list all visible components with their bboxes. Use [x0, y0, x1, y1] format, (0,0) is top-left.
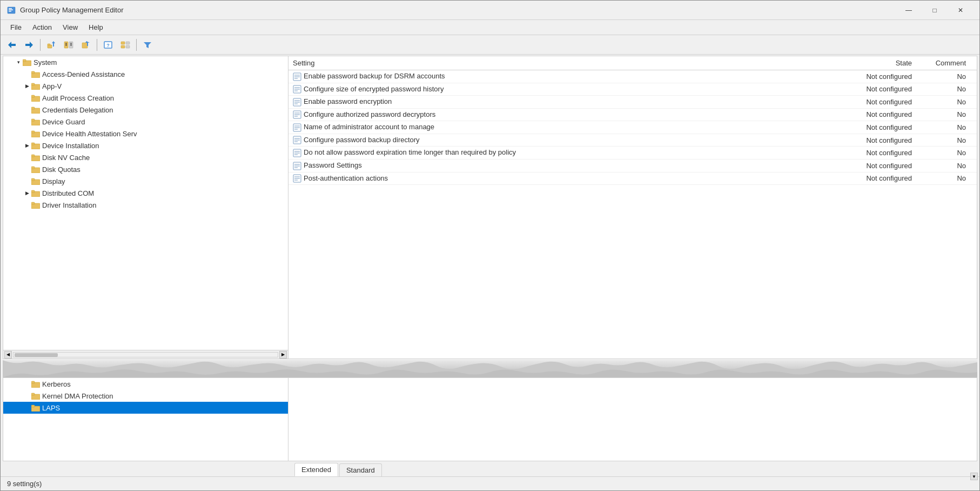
state-cell: Not configured	[836, 134, 923, 147]
view-button[interactable]	[117, 37, 133, 52]
tree-label-driver-install: Driver Installation	[42, 201, 96, 209]
tree-item-distributed-com[interactable]: ▶ Distributed COM	[3, 187, 288, 199]
table-row[interactable]: Configure authorized password decryptors…	[288, 108, 977, 121]
scroll-right-arrow[interactable]: ▶	[279, 351, 287, 359]
svg-rect-9	[64, 42, 68, 48]
svg-marker-5	[25, 42, 33, 48]
settings-scroll-area[interactable]: Setting State Comment Enable password ba…	[288, 56, 977, 359]
folder-icon-device-guard	[31, 118, 40, 125]
header-state[interactable]: State	[836, 56, 923, 70]
table-row[interactable]: Name of administrator account to manageN…	[288, 121, 977, 134]
help-button[interactable]: ?	[100, 37, 116, 52]
torn-edge-svg	[3, 360, 977, 377]
menu-file[interactable]: File	[5, 21, 27, 34]
setting-cell: Configure size of encrypted password his…	[288, 83, 836, 96]
folder-icon-system	[23, 58, 31, 66]
maximize-button[interactable]: □	[922, 2, 947, 19]
state-cell: Not configured	[836, 121, 923, 134]
expand-system[interactable]: ▾	[14, 58, 23, 67]
tree-item-device-install[interactable]: ▶ Device Installation	[3, 140, 288, 151]
tree-item-driver-install[interactable]: ▶ Driver Installation	[3, 199, 288, 211]
tree-item-audit-process[interactable]: ▶ Audit Process Creation	[3, 92, 288, 104]
tree-item-credentials[interactable]: ▶ Credentials Delegation	[3, 104, 288, 116]
menu-help[interactable]: Help	[83, 21, 109, 34]
minimize-button[interactable]: —	[896, 2, 921, 19]
menu-view[interactable]: View	[57, 21, 83, 34]
tree-label-disk-quotas: Disk Quotas	[42, 165, 80, 174]
tree-item-app-v[interactable]: ▶ App-V	[3, 80, 288, 92]
svg-rect-39	[31, 131, 35, 133]
svg-rect-17	[82, 43, 88, 48]
state-cell: Not configured	[836, 172, 923, 185]
table-row[interactable]: Configure size of encrypted password his…	[288, 83, 977, 96]
tree-item-disk-quotas[interactable]: ▶ Disk Quotas	[3, 163, 288, 175]
tree-scroll-area[interactable]: ▾ System ▶	[3, 56, 288, 350]
header-comment[interactable]: Comment	[923, 56, 977, 70]
tree-label-display: Display	[42, 177, 65, 185]
h-scroll-track[interactable]	[13, 352, 278, 357]
toolbar-sep-1	[40, 39, 41, 51]
table-row[interactable]: Enable password encryptionNot configured…	[288, 96, 977, 109]
comment-cell: No	[923, 172, 977, 185]
header-setting[interactable]: Setting	[288, 56, 836, 70]
tree-item-kernel-dma[interactable]: ▶ Kernel DMA Protection	[3, 390, 288, 402]
show-hide-button[interactable]	[61, 37, 77, 52]
folder-icon-audit-process	[31, 94, 40, 102]
tree-item-device-health[interactable]: ▶ Device Health Attestation Serv	[3, 128, 288, 140]
forward-button[interactable]	[21, 37, 37, 52]
back-button[interactable]	[4, 37, 20, 52]
comment-cell: No	[923, 147, 977, 160]
table-row[interactable]: Password SettingsNot configuredNo	[288, 159, 977, 172]
uplevel-button[interactable]	[43, 37, 59, 52]
folder-icon-kernel-dma	[31, 392, 40, 400]
app-icon	[7, 6, 16, 15]
tab-extended[interactable]: Extended	[294, 463, 338, 476]
svg-rect-49	[31, 190, 35, 193]
expand-device-install[interactable]: ▶	[23, 141, 31, 150]
svg-rect-35	[31, 107, 35, 109]
folder-icon-display	[31, 177, 40, 185]
settings-table: Setting State Comment Enable password ba…	[288, 56, 977, 185]
tree-label-distributed-com: Distributed COM	[42, 189, 94, 197]
scroll-left-arrow[interactable]: ◀	[4, 351, 12, 359]
upper-split-pane: ▾ System ▶	[3, 56, 977, 359]
table-row[interactable]: Enable password backup for DSRM accounts…	[288, 70, 977, 83]
tab-standard[interactable]: Standard	[339, 463, 382, 476]
tree-item-system[interactable]: ▾ System	[3, 56, 288, 68]
expand-distributed-com[interactable]: ▶	[23, 189, 31, 197]
h-scrollbar-container[interactable]: ◀ ▶	[3, 350, 288, 359]
table-row[interactable]: Configure password backup directoryNot c…	[288, 134, 977, 147]
state-cell: Not configured	[836, 159, 923, 172]
tree-item-access-denied[interactable]: ▶ Access-Denied Assistance	[3, 68, 288, 80]
toolbar-sep-3	[136, 39, 137, 51]
svg-rect-93	[31, 405, 35, 407]
svg-rect-3	[9, 11, 11, 12]
toolbar-sep-2	[97, 39, 97, 51]
svg-marker-4	[8, 42, 16, 48]
right-detail-pane: Setting State Comment Enable password ba…	[288, 56, 977, 359]
export-button[interactable]	[78, 37, 94, 52]
comment-cell: No	[923, 108, 977, 121]
window-title: Group Policy Management Editor	[20, 6, 896, 14]
tree-item-device-guard[interactable]: ▶ Device Guard	[3, 116, 288, 128]
setting-cell: Do not allow password expiration time lo…	[288, 147, 836, 160]
close-button[interactable]: ✕	[948, 2, 973, 19]
filter-button[interactable]	[139, 37, 156, 52]
svg-rect-1	[9, 8, 12, 9]
expand-app-v[interactable]: ▶	[23, 82, 31, 90]
menu-action[interactable]: Action	[27, 21, 57, 34]
tree-item-kerberos[interactable]: ▶ Kerberos	[3, 378, 288, 390]
tree-item-display[interactable]: ▶ Display	[3, 175, 288, 187]
tree-label-credentials: Credentials Delegation	[42, 106, 113, 114]
setting-cell: Name of administrator account to manage	[288, 121, 836, 134]
table-row[interactable]: Post-authentication actionsNot configure…	[288, 172, 977, 185]
tree-label-access-denied: Access-Denied Assistance	[42, 70, 125, 78]
table-row[interactable]: Do not allow password expiration time lo…	[288, 147, 977, 160]
bottom-right-pane	[288, 378, 977, 461]
bottom-left-pane[interactable]: ▶ Kerberos ▶	[3, 378, 288, 461]
tree-item-laps[interactable]: ▶ LAPS	[3, 402, 288, 414]
comment-cell: No	[923, 96, 977, 109]
svg-rect-33	[31, 95, 35, 97]
h-scroll-thumb	[15, 353, 58, 357]
tree-item-disk-nv[interactable]: ▶ Disk NV Cache	[3, 151, 288, 163]
